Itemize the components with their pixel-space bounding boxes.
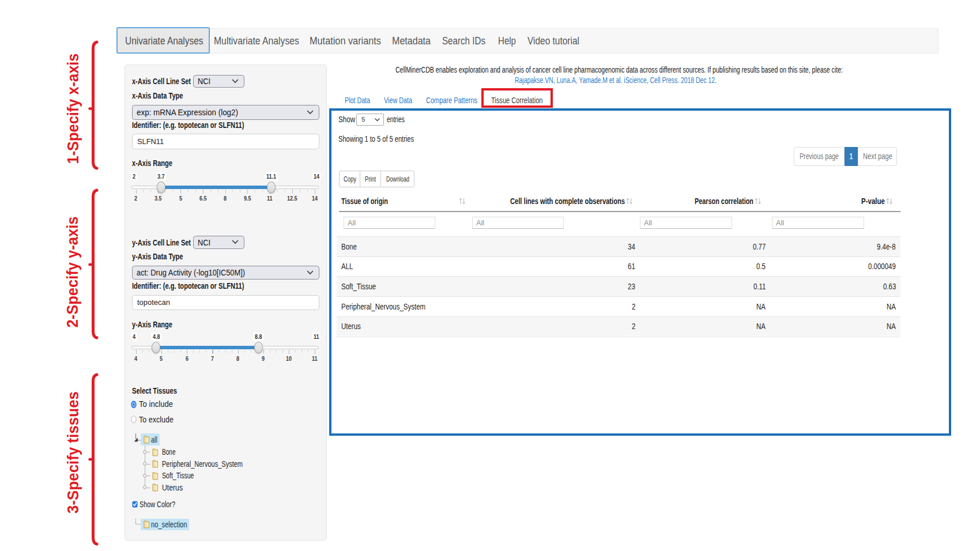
svg-text:1-Specify x-axis: 1-Specify x-axis <box>64 54 82 164</box>
svg-text:3-Specify tissues: 3-Specify tissues <box>64 391 82 514</box>
svg-text:2-Specify y-axis: 2-Specify y-axis <box>63 217 81 328</box>
